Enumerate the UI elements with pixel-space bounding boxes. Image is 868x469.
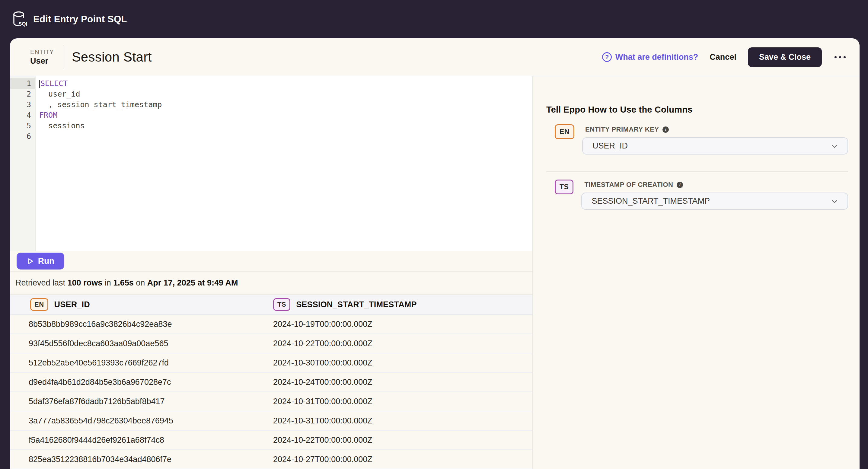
panel-heading: Tell Eppo How to Use the Columns (546, 105, 848, 115)
svg-text:?: ? (605, 54, 609, 60)
timestamp-of-creation-select[interactable]: SESSION_START_TIMESTAMP (581, 192, 848, 210)
page: SQL Edit Entry Point SQL ENTITY User Ses… (0, 0, 868, 469)
header-actions: ? What are definitions? Cancel Save & Cl… (602, 48, 847, 67)
entity-primary-key-select[interactable]: USER_ID (582, 137, 848, 155)
run-button-label: Run (38, 256, 54, 266)
table-row[interactable]: 93f45d556f0dec8ca603aa09a00ae5652024-10-… (10, 334, 532, 353)
timestamp-cell: 2024-10-27T00:00:00.000Z (273, 455, 372, 464)
user-id-cell: 8b53b8bb989cc16a9c3826b4c92ea83e (29, 320, 172, 329)
definition-title: Session Start (72, 50, 152, 65)
user-id-cell: 3a777a5836554d798c26304bee876945 (29, 416, 173, 426)
field-label: TIMESTAMP OF CREATION (584, 181, 673, 189)
line-number: 1 (10, 78, 35, 89)
sql-editor[interactable]: 123456 SELECT user_id , session_start_ti… (10, 76, 532, 251)
code-line[interactable]: , session_start_timestamp (39, 99, 532, 110)
table-row[interactable]: 512eb52a5e40e5619393c7669f2627fd2024-10-… (10, 353, 532, 373)
entity-type-badge: EN (555, 124, 574, 139)
code-line[interactable]: FROM (39, 110, 532, 120)
editor-gutter: 123456 (10, 76, 36, 251)
user-id-cell: 5daf376efa87f6dadb7126b5abf8b417 (29, 397, 164, 406)
text-cursor (39, 80, 40, 88)
sql-section: 123456 SELECT user_id , session_start_ti… (10, 76, 533, 469)
play-icon (27, 257, 34, 265)
column-label: SESSION_START_TIMESTAMP (296, 300, 417, 309)
line-number: 5 (10, 120, 35, 131)
edit-sql-card: ENTITY User Session Start ? What are def… (10, 38, 860, 469)
line-number: 3 (10, 99, 35, 110)
entity-primary-key-field: EN ENTITY PRIMARY KEY i USER_ID (546, 124, 848, 155)
table-row[interactable]: f5a4162680f9444d26ef9261a68f74c82024-10-… (10, 431, 532, 450)
timestamp-cell: 2024-10-22T00:00:00.000Z (273, 436, 372, 445)
question-circle-icon: ? (602, 52, 612, 62)
ellipsis-icon (843, 56, 846, 58)
timestamp-cell: 2024-10-31T00:00:00.000Z (273, 397, 372, 406)
help-link-label: What are definitions? (615, 53, 699, 62)
timestamp-cell: 2024-10-31T00:00:00.000Z (273, 416, 372, 426)
chevron-down-icon (830, 197, 839, 206)
chevron-down-icon (830, 142, 839, 151)
code-line[interactable]: SELECT (39, 78, 532, 89)
more-options-button[interactable] (833, 53, 847, 61)
entity-label: ENTITY (30, 48, 54, 56)
line-number: 6 (10, 131, 35, 142)
ellipsis-icon (835, 56, 837, 58)
query-status-bar: Retrieved last 100 rows in 1.65s on Apr … (10, 272, 532, 295)
top-bar: SQL Edit Entry Point SQL (0, 0, 868, 38)
card-body: 123456 SELECT user_id , session_start_ti… (10, 76, 860, 469)
timestamp-cell: 2024-10-24T00:00:00.000Z (273, 378, 372, 387)
timestamp-cell: 2024-10-30T00:00:00.000Z (273, 358, 372, 368)
user-id-cell: 825ea3512238816b7034e34ad4806f7e (29, 455, 172, 464)
info-icon[interactable]: i (662, 126, 669, 133)
timestamp-cell: 2024-10-22T00:00:00.000Z (273, 339, 372, 348)
header-divider (63, 45, 63, 69)
user-id-cell: 93f45d556f0dec8ca603aa09a00ae565 (29, 339, 168, 348)
table-row[interactable]: 3a777a5836554d798c26304bee8769452024-10-… (10, 411, 532, 431)
timestamp-cell: 2024-10-19T00:00:00.000Z (273, 320, 372, 329)
selected-value: USER_ID (592, 141, 628, 151)
what-are-definitions-link[interactable]: ? What are definitions? (602, 52, 699, 62)
table-body: 8b53b8bb989cc16a9c3826b4c92ea83e2024-10-… (10, 315, 532, 469)
entity-type-badge: EN (30, 298, 48, 311)
sql-database-icon: SQL (11, 11, 27, 28)
svg-text:SQL: SQL (19, 21, 27, 27)
ellipsis-icon (839, 56, 841, 58)
code-line[interactable] (39, 131, 532, 142)
table-row[interactable]: 8b53b8bb989cc16a9c3826b4c92ea83e2024-10-… (10, 315, 532, 334)
column-header-session-start-timestamp[interactable]: TS SESSION_START_TIMESTAMP (273, 298, 417, 311)
panel-divider (546, 171, 848, 172)
card-header: ENTITY User Session Start ? What are def… (10, 38, 860, 76)
field-label: ENTITY PRIMARY KEY (585, 126, 659, 133)
column-label: USER_ID (54, 300, 90, 309)
run-toolbar: Run (10, 251, 532, 272)
timestamp-type-badge: TS (273, 298, 290, 311)
entity-value: User (30, 57, 54, 66)
timestamp-of-creation-field: TS TIMESTAMP OF CREATION i SESSION_START… (546, 180, 848, 210)
cancel-button[interactable]: Cancel (710, 53, 736, 62)
info-icon[interactable]: i (677, 182, 683, 188)
timestamp-type-badge: TS (555, 180, 574, 194)
status-text: Retrieved last 100 rows in 1.65s on Apr … (16, 278, 238, 288)
entity-block: ENTITY User (30, 48, 54, 66)
column-mapping-panel: Tell Eppo How to Use the Columns EN ENTI… (533, 76, 860, 469)
user-id-cell: 512eb52a5e40e5619393c7669f2627fd (29, 358, 169, 368)
line-number: 2 (10, 89, 35, 99)
line-number: 4 (10, 110, 35, 120)
table-row[interactable]: 5daf376efa87f6dadb7126b5abf8b4172024-10-… (10, 392, 532, 411)
page-title: Edit Entry Point SQL (33, 14, 127, 25)
save-close-button[interactable]: Save & Close (748, 48, 822, 67)
user-id-cell: d9ed4fa4b61d2d84b5e3b6a967028e7c (29, 378, 171, 387)
user-id-cell: f5a4162680f9444d26ef9261a68f74c8 (29, 436, 164, 445)
run-button[interactable]: Run (17, 253, 64, 270)
table-row[interactable]: d9ed4fa4b61d2d84b5e3b6a967028e7c2024-10-… (10, 373, 532, 392)
column-header-user-id[interactable]: EN USER_ID (10, 298, 90, 311)
selected-value: SESSION_START_TIMESTAMP (592, 196, 710, 206)
table-row[interactable]: 825ea3512238816b7034e34ad4806f7e2024-10-… (10, 450, 532, 469)
code-line[interactable]: user_id (39, 89, 532, 99)
results-table-header: EN USER_ID TS SESSION_START_TIMESTAMP (10, 295, 532, 315)
code-line[interactable]: sessions (39, 120, 532, 131)
editor-code[interactable]: SELECT user_id , session_start_timestamp… (36, 76, 532, 251)
